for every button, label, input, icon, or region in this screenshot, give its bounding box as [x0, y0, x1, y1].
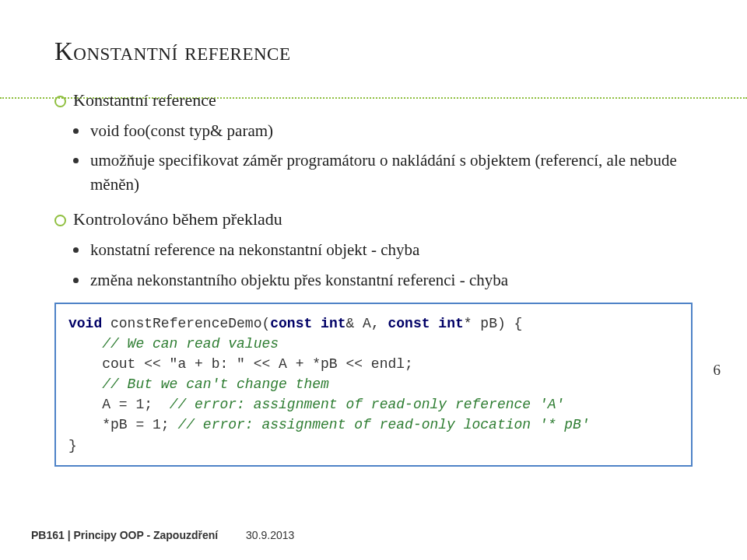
code-kw: int — [321, 316, 345, 331]
bullet-item: Konstantní reference void foo(const typ&… — [54, 88, 693, 196]
footer-date: 30.9.2013 — [246, 529, 294, 541]
bullet-text: void foo(const typ& param) — [90, 121, 273, 140]
content-area: Konstantní reference void foo(const typ&… — [54, 88, 693, 467]
code-comment: // But we can't change them — [68, 376, 329, 392]
slide-title: Konstantní reference — [54, 37, 693, 66]
bullet-list-l2: konstatní reference na nekonstantní obje… — [73, 238, 693, 292]
code-text: cout << "a + b: " << A + *pB << endl; — [68, 356, 413, 372]
code-comment: // error: assignment of read-only refere… — [170, 397, 565, 412]
code-kw: void — [68, 316, 102, 331]
code-kw: const — [388, 316, 430, 331]
bullet-item: konstatní reference na nekonstantní obje… — [73, 238, 693, 261]
code-text — [430, 316, 439, 331]
footer-course: PB161 | Principy OOP - Zapouzdření — [31, 529, 218, 541]
code-text: *pB = 1; — [68, 417, 177, 432]
code-comment: // error: assignment of read-only locati… — [177, 417, 589, 432]
bullet-list-l1: Konstantní reference void foo(const typ&… — [54, 88, 693, 292]
bullet-text: konstatní reference na nekonstantní obje… — [90, 240, 419, 259]
bullet-item: umožňuje specifikovat záměr programátoru… — [73, 149, 693, 196]
footer: PB161 | Principy OOP - Zapouzdření 30.9.… — [31, 529, 294, 541]
bullet-item: Kontrolováno během překladu konstatní re… — [54, 207, 693, 292]
code-text: constReferenceDemo( — [102, 316, 270, 331]
bullet-list-l2: void foo(const typ& param) umožňuje spec… — [73, 119, 693, 196]
code-block: void constReferenceDemo(const int& A, co… — [54, 303, 693, 467]
page-number: 6 — [714, 362, 721, 379]
bullet-text: Konstantní reference — [73, 90, 216, 110]
code-text: & A, — [346, 316, 388, 331]
bullet-item: void foo(const typ& param) — [73, 119, 693, 142]
code-text: * pB) { — [464, 316, 523, 331]
bullet-item: změna nekonstantního objektu přes konsta… — [73, 268, 693, 292]
code-kw: const — [270, 316, 312, 331]
code-text: A = 1; — [68, 397, 170, 412]
bullet-text: umožňuje specifikovat záměr programátoru… — [90, 151, 677, 193]
slide: Konstantní reference Konstantní referenc… — [0, 0, 747, 560]
code-kw: int — [438, 316, 463, 331]
bullet-text: změna nekonstantního objektu přes konsta… — [90, 271, 508, 289]
bullet-text: Kontrolováno během překladu — [73, 209, 282, 229]
code-text: } — [68, 438, 77, 453]
code-text — [312, 316, 321, 331]
code-comment: // We can read values — [68, 336, 279, 352]
